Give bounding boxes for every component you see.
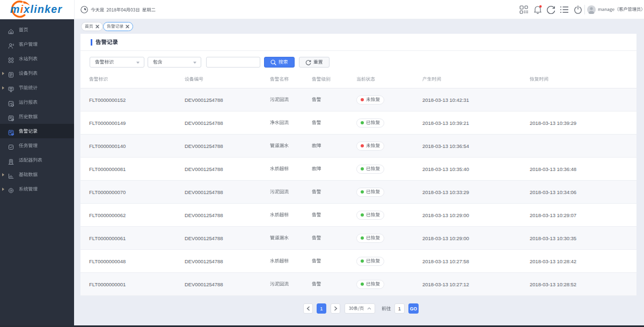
- svg-text:mixlinker: mixlinker: [10, 3, 62, 15]
